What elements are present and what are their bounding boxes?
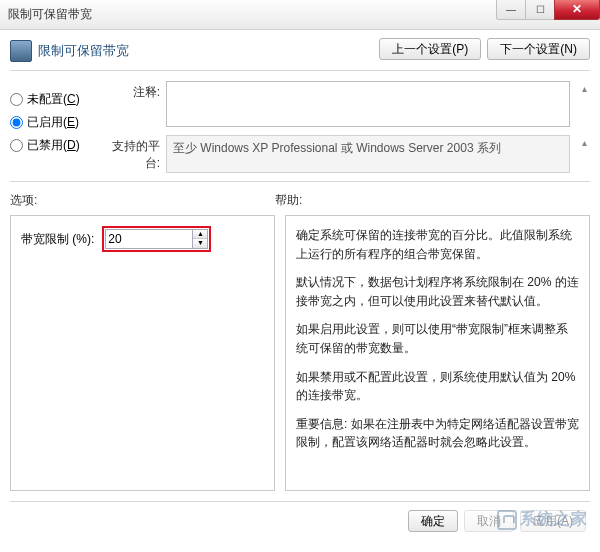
comment-input[interactable] xyxy=(166,81,570,127)
help-text: 如果禁用或不配置此设置，则系统使用默认值为 20% 的连接带宽。 xyxy=(296,368,579,405)
options-heading: 选项: xyxy=(10,192,275,209)
radio-enabled[interactable]: 已启用(E) xyxy=(10,114,94,131)
minimize-button[interactable]: — xyxy=(496,0,526,20)
lower-panels: 带宽限制 (%): ▲ ▼ 确定系统可保留的连接带宽的百分比。此值限制系统上运行… xyxy=(10,215,590,491)
window-buttons: — ☐ ✕ xyxy=(497,0,600,30)
bandwidth-option-row: 带宽限制 (%): ▲ ▼ xyxy=(21,226,264,252)
maximize-button[interactable]: ☐ xyxy=(525,0,555,20)
radio-disabled-input[interactable] xyxy=(10,139,23,152)
policy-title: 限制可保留带宽 xyxy=(38,42,129,60)
comment-row: 注释: ▴ xyxy=(102,81,590,127)
spinner-down-button[interactable]: ▼ xyxy=(193,239,207,248)
footer: 确定 取消 应用(A) 系统之家 xyxy=(10,501,590,532)
window-title: 限制可保留带宽 xyxy=(8,6,497,23)
spinner-buttons: ▲ ▼ xyxy=(193,229,208,249)
help-panel: 确定系统可保留的连接带宽的百分比。此值限制系统上运行的所有程序的组合带宽保留。 … xyxy=(285,215,590,491)
radio-enabled-input[interactable] xyxy=(10,116,23,129)
policy-icon xyxy=(10,40,32,62)
help-text: 确定系统可保留的连接带宽的百分比。此值限制系统上运行的所有程序的组合带宽保留。 xyxy=(296,226,579,263)
help-text: 重要信息: 如果在注册表中为特定网络适配器设置带宽限制，配置该网络适配器时就会忽… xyxy=(296,415,579,452)
bandwidth-input[interactable] xyxy=(105,229,193,249)
config-right: 注释: ▴ 支持的平台: 至少 Windows XP Professional … xyxy=(102,81,590,173)
section-labels: 选项: 帮助: xyxy=(10,192,590,209)
header-left: 限制可保留带宽 xyxy=(10,36,371,62)
previous-setting-button[interactable]: 上一个设置(P) xyxy=(379,38,481,60)
spinner-up-button[interactable]: ▲ xyxy=(193,230,207,239)
platform-row: 支持的平台: 至少 Windows XP Professional 或 Wind… xyxy=(102,135,590,173)
bandwidth-label: 带宽限制 (%): xyxy=(21,231,94,248)
header: 限制可保留带宽 上一个设置(P) 下一个设置(N) xyxy=(10,36,590,71)
platform-value: 至少 Windows XP Professional 或 Windows Ser… xyxy=(166,135,570,173)
window-titlebar: 限制可保留带宽 — ☐ ✕ xyxy=(0,0,600,30)
help-text: 默认情况下，数据包计划程序将系统限制在 20% 的连接带宽之内，但可以使用此设置… xyxy=(296,273,579,310)
radio-disabled[interactable]: 已禁用(D) xyxy=(10,137,94,154)
help-heading: 帮助: xyxy=(275,192,302,209)
radio-not-configured-input[interactable] xyxy=(10,93,23,106)
platform-caret-icon: ▴ xyxy=(578,135,590,148)
state-radios: 未配置(C) 已启用(E) 已禁用(D) xyxy=(10,81,94,173)
nav-buttons: 上一个设置(P) 下一个设置(N) xyxy=(379,36,590,60)
close-button[interactable]: ✕ xyxy=(554,0,600,20)
comment-caret-icon: ▴ xyxy=(578,81,590,94)
platform-label: 支持的平台: xyxy=(102,135,160,172)
bandwidth-spinner-highlight: ▲ ▼ xyxy=(102,226,211,252)
apply-button[interactable]: 应用(A) xyxy=(520,510,586,532)
ok-button[interactable]: 确定 xyxy=(408,510,458,532)
help-text: 如果启用此设置，则可以使用“带宽限制”框来调整系统可保留的带宽数量。 xyxy=(296,320,579,357)
cancel-button[interactable]: 取消 xyxy=(464,510,514,532)
radio-not-configured[interactable]: 未配置(C) xyxy=(10,91,94,108)
next-setting-button[interactable]: 下一个设置(N) xyxy=(487,38,590,60)
options-panel: 带宽限制 (%): ▲ ▼ xyxy=(10,215,275,491)
comment-label: 注释: xyxy=(102,81,160,101)
config-section: 未配置(C) 已启用(E) 已禁用(D) 注释: ▴ 支持的平台: 至少 Win… xyxy=(10,77,590,182)
